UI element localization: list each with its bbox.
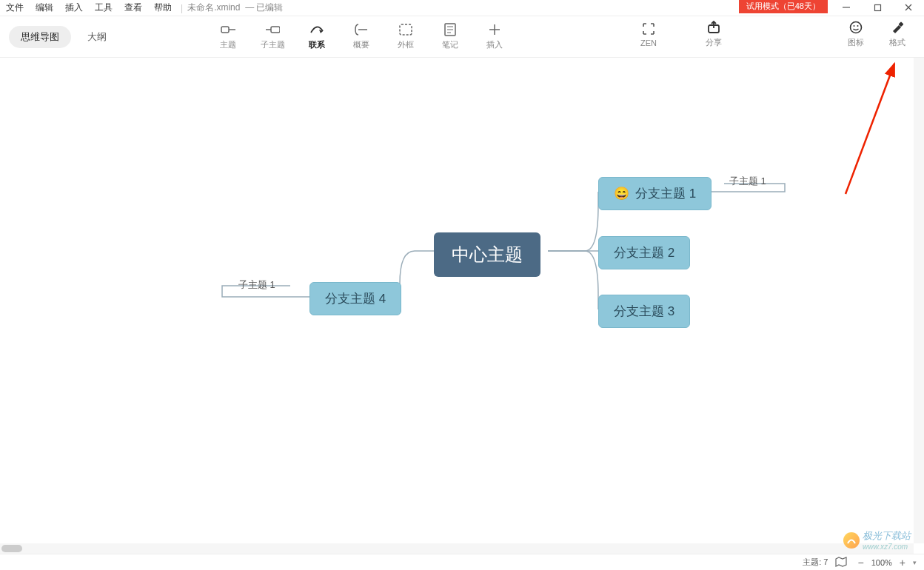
note-icon [443, 23, 458, 36]
tool-label: 笔记 [442, 39, 458, 50]
subtopic-left[interactable]: 子主题 1 [238, 278, 275, 292]
chevron-down-icon[interactable]: ▾ [913, 559, 917, 566]
tool-label: 概要 [353, 39, 369, 50]
maximize-button[interactable] [862, 0, 893, 15]
svg-rect-10 [400, 24, 412, 35]
boundary-icon [398, 23, 413, 36]
emoji-icon: 😄 [614, 186, 629, 201]
svg-point-19 [854, 25, 855, 27]
menu-tools[interactable]: 工具 [89, 1, 118, 14]
tool-relationship[interactable]: 联系 [296, 20, 338, 53]
toolbar: 思维导图 大纲 主题 子主题 联系 概要 外框 笔记 插入 [0, 16, 924, 58]
tool-subtopic[interactable]: 子主题 [252, 20, 293, 53]
watermark-text: 极光下载站 [863, 529, 911, 543]
summary-icon [354, 23, 369, 36]
smiley-icon [848, 21, 863, 34]
svg-point-20 [857, 25, 859, 27]
topic-count: 主题: 7 [803, 557, 828, 568]
menu-edit[interactable]: 编辑 [30, 1, 59, 14]
tool-insert[interactable]: 插入 [474, 20, 515, 53]
status-bar: 主题: 7 − 100% + ▾ [0, 554, 924, 570]
svg-rect-1 [874, 4, 880, 10]
zen-icon [641, 22, 656, 36]
menu-separator: | [181, 3, 183, 13]
insert-icon [487, 23, 502, 36]
svg-rect-4 [221, 27, 229, 33]
menu-insert[interactable]: 插入 [59, 1, 89, 14]
map-icon[interactable] [835, 557, 847, 569]
horizontal-scrollbar[interactable] [0, 543, 914, 554]
menu-file[interactable]: 文件 [0, 1, 30, 14]
tool-label: ZEN [640, 38, 657, 47]
menu-view[interactable]: 查看 [118, 1, 148, 14]
tool-zen[interactable]: ZEN [631, 18, 666, 51]
document-title: 未命名.xmind — 已编辑 [187, 1, 283, 14]
subtopic-icon [265, 23, 280, 36]
tool-label: 外框 [398, 39, 414, 50]
svg-rect-7 [271, 27, 280, 33]
zoom-in-button[interactable]: + [897, 557, 908, 569]
connectors [0, 58, 924, 554]
scroll-thumb[interactable] [1, 545, 22, 552]
tool-note[interactable]: 笔记 [429, 20, 471, 53]
zoom-out-button[interactable]: − [854, 557, 866, 569]
branch-node-3[interactable]: 分支主题 3 [598, 295, 690, 328]
tool-label: 分享 [706, 37, 722, 48]
svg-point-18 [851, 22, 862, 33]
close-button[interactable] [893, 0, 924, 15]
watermark-logo-icon [843, 532, 860, 549]
tool-label: 插入 [486, 39, 503, 50]
tab-outline[interactable]: 大纲 [76, 26, 118, 48]
tool-icons[interactable]: 图标 [838, 18, 874, 51]
topic-icon [221, 23, 235, 36]
format-icon [890, 21, 905, 34]
mindmap-canvas[interactable]: 中心主题 😄 分支主题 1 分支主题 2 分支主题 3 分支主题 4 子主题 1… [0, 58, 924, 554]
branch-node-1[interactable]: 😄 分支主题 1 [598, 177, 712, 210]
subtopic-right[interactable]: 子主题 1 [729, 175, 766, 188]
trial-badge[interactable]: 试用模式（已48天） [739, 0, 828, 13]
center-topic-node[interactable]: 中心主题 [434, 232, 540, 277]
tool-label: 格式 [889, 37, 905, 48]
view-tabs: 思维导图 大纲 [9, 26, 118, 48]
watermark: 极光下载站 www.xz7.com [843, 529, 911, 551]
tool-label: 主题 [220, 39, 236, 50]
tool-group-right: 图标 格式 [838, 18, 915, 51]
window-controls [831, 0, 924, 15]
tool-format[interactable]: 格式 [880, 18, 915, 51]
branch-node-2[interactable]: 分支主题 2 [598, 236, 690, 269]
menu-help[interactable]: 帮助 [148, 1, 178, 14]
tool-topic[interactable]: 主题 [207, 20, 249, 53]
zoom-level[interactable]: 100% [871, 558, 892, 567]
relationship-icon [309, 23, 324, 36]
tool-label: 图标 [848, 37, 864, 48]
share-icon [706, 21, 721, 34]
svg-line-22 [846, 64, 894, 194]
tool-summary[interactable]: 概要 [341, 20, 382, 53]
minimize-button[interactable] [831, 0, 862, 15]
menu-bar: 文件 编辑 插入 工具 查看 帮助 | 未命名.xmind — 已编辑 试用模式… [0, 0, 924, 16]
tool-label: 联系 [309, 39, 325, 50]
zoom-controls: − 100% + ▾ [854, 557, 917, 569]
tool-boundary[interactable]: 外框 [385, 20, 426, 53]
tool-label: 子主题 [261, 39, 285, 50]
tool-group-zen-share: ZEN 分享 [631, 18, 732, 51]
branch-label: 分支主题 1 [635, 185, 696, 202]
annotation-arrow [837, 58, 903, 201]
vertical-scrollbar[interactable] [914, 58, 924, 543]
tool-share[interactable]: 分享 [696, 18, 732, 51]
watermark-url: www.xz7.com [863, 543, 911, 551]
branch-node-4[interactable]: 分支主题 4 [309, 282, 401, 315]
tab-mindmap[interactable]: 思维导图 [9, 26, 71, 48]
tool-group-main: 主题 子主题 联系 概要 外框 笔记 插入 [207, 20, 515, 53]
